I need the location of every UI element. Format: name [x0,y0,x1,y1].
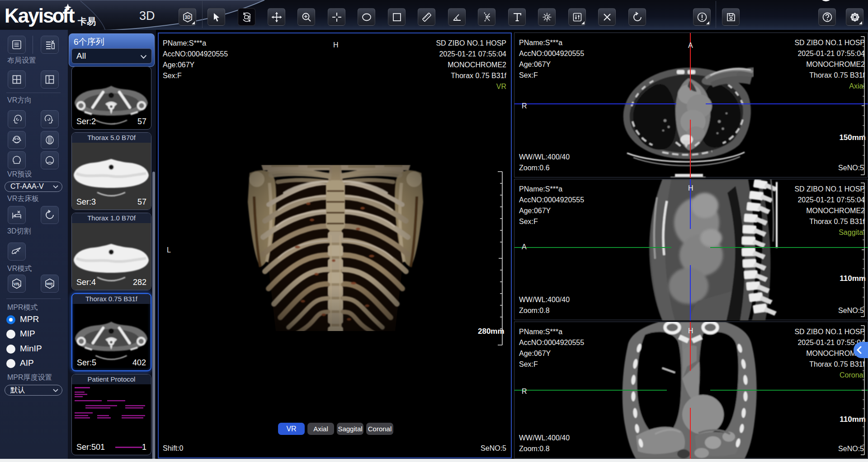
svg-text:Kayisoft: Kayisoft [5,5,75,27]
svg-text:MIP: MIP [46,282,53,286]
svg-text:卡易: 卡易 [77,16,96,26]
svg-text:3D: 3D [184,15,190,20]
